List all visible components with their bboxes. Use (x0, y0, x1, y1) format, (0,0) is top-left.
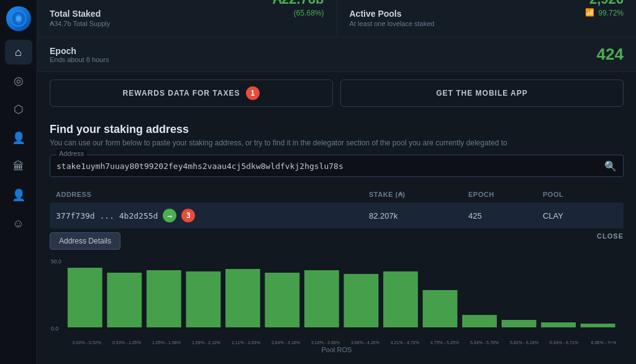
sidebar-item-home[interactable]: ⌂ (5, 40, 32, 65)
svg-rect-16 (541, 322, 576, 327)
table-row[interactable]: 377f739d ... 4b2d255d → 3 82.207k 425 CL… (50, 202, 624, 229)
sidebar: ⌂ ◎ ⬡ 👤 🏛 👤 ☺ (0, 0, 37, 364)
wifi-icon: 📶 (585, 8, 594, 17)
row-address-cell: 377f739d ... 4b2d255d → 3 (56, 209, 369, 222)
user-icon: 👤 (12, 131, 25, 145)
col-pool: Pool (543, 191, 617, 199)
svg-rect-9 (265, 273, 300, 327)
search-icon: 🔍 (604, 161, 617, 171)
total-staked-title: Total Staked (50, 9, 110, 19)
active-pools-title: Active Pools (350, 9, 435, 19)
svg-rect-7 (186, 271, 220, 327)
row-badge: 3 (181, 209, 195, 222)
epoch-bar: Epoch Ends about 8 hours 424 (37, 37, 636, 72)
sidebar-item-user[interactable]: 👤 (5, 125, 32, 150)
sidebar-item-explore[interactable]: ◎ (5, 68, 32, 93)
svg-text:50.0: 50.0 (51, 258, 61, 265)
svg-rect-4 (68, 268, 102, 327)
address-details-row: Address Details CLOSE (50, 232, 624, 250)
row-stake: 82.207k (369, 211, 468, 221)
sidebar-item-bank[interactable]: 🏛 (5, 154, 32, 179)
svg-rect-17 (581, 324, 616, 327)
mobile-label: GET THE MOBILE APP (436, 89, 528, 98)
app-logo[interactable] (6, 6, 31, 31)
active-pools-subtitle: At least one lovelace staked (350, 20, 435, 27)
bank-icon: 🏛 (13, 160, 24, 173)
find-staking-section: Find your staking address You can use ou… (37, 114, 636, 182)
total-staked-card: Total Staked ₳34.7b Total Supply ₳22.76b… (37, 0, 337, 37)
active-pools-pct: 99.72% (598, 9, 624, 17)
svg-rect-11 (344, 274, 379, 327)
active-pools-value: 2,926 (589, 0, 624, 7)
epoch-title: Epoch (50, 46, 109, 56)
sidebar-item-person[interactable]: 👤 (5, 183, 32, 207)
layers-icon: ⬡ (14, 102, 24, 116)
person-icon: 👤 (12, 188, 25, 202)
total-staked-subtitle: ₳34.7b Total Supply (50, 20, 110, 28)
chart-x-title: Pool ROS (50, 346, 624, 353)
rewards-label: REWARDS DATA FOR TAXES (123, 89, 240, 98)
address-details-button[interactable]: Address Details (50, 232, 120, 250)
svg-rect-8 (225, 269, 260, 327)
mobile-app-button[interactable]: GET THE MOBILE APP (340, 80, 624, 107)
stats-bar: Total Staked ₳34.7b Total Supply ₳22.76b… (37, 0, 636, 37)
main-content: Total Staked ₳34.7b Total Supply ₳22.76b… (37, 0, 636, 364)
find-staking-title: Find your staking address (50, 123, 624, 136)
total-staked-value: ₳22.76b (273, 0, 324, 7)
svg-point-1 (16, 16, 21, 21)
rewards-badge: 1 (246, 86, 260, 100)
chart-container: 50.0 0.0 0.00% - 0. (50, 256, 624, 364)
button-row: REWARDS DATA FOR TAXES 1 GET THE MOBILE … (37, 72, 636, 114)
svg-rect-15 (502, 320, 537, 327)
close-button[interactable]: CLOSE (597, 232, 624, 240)
pool-ros-chart: 50.0 0.0 (50, 256, 624, 337)
col-epoch: Epoch (468, 191, 543, 199)
row-address-text: 377f739d ... 4b2d255d (56, 211, 158, 221)
col-stake: Stake (₳) (369, 191, 468, 199)
svg-text:0.0: 0.0 (51, 325, 58, 332)
compass-icon: ◎ (14, 74, 24, 88)
svg-rect-6 (147, 270, 181, 327)
address-label: Address (57, 150, 86, 157)
address-details-label: Address Details (59, 237, 111, 245)
rewards-button[interactable]: REWARDS DATA FOR TAXES 1 (50, 80, 333, 107)
address-input-wrapper: Address 🔍 (50, 155, 624, 177)
search-button[interactable]: 🔍 (604, 160, 617, 172)
address-input[interactable] (57, 162, 598, 171)
navigate-arrow-icon[interactable]: → (163, 209, 176, 222)
row-epoch: 425 (468, 211, 543, 221)
results-table: Address Stake (₳) Epoch Pool 377f739d ..… (37, 182, 636, 232)
epoch-value: 424 (597, 45, 624, 64)
svg-rect-10 (304, 270, 339, 327)
epoch-subtitle: Ends about 8 hours (50, 56, 109, 63)
svg-rect-5 (107, 273, 142, 327)
row-pool: CLAY (543, 211, 617, 221)
sidebar-item-emoji[interactable]: ☺ (5, 211, 32, 236)
col-address: Address (56, 191, 369, 199)
chart-section: 50.0 0.0 0.00% - 0. (37, 252, 636, 364)
active-pools-card: Active Pools At least one lovelace stake… (337, 0, 637, 37)
total-staked-pct: (65.68%) (294, 9, 324, 17)
table-header: Address Stake (₳) Epoch Pool (50, 187, 624, 202)
svg-rect-14 (462, 315, 497, 327)
svg-rect-12 (383, 271, 418, 327)
home-icon: ⌂ (15, 46, 22, 59)
find-staking-description: You can use our form below to paste your… (50, 139, 624, 147)
svg-rect-13 (423, 290, 458, 327)
sidebar-item-layers[interactable]: ⬡ (5, 97, 32, 122)
emoji-icon: ☺ (12, 217, 24, 230)
